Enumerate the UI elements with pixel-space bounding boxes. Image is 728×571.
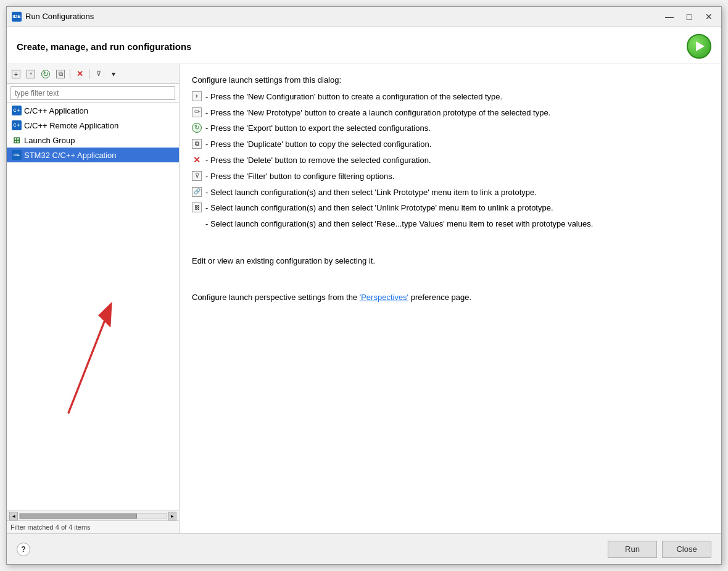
- instruction-reset: - Select launch configuration(s) and the…: [192, 218, 709, 231]
- right-panel: Configure launch settings from this dial…: [180, 64, 721, 533]
- tree-wrapper: C∔ C/C++ Application C∔ C/C++ Remote App…: [7, 103, 179, 511]
- left-panel: + + ↻ ⧉ ✕: [7, 64, 180, 533]
- delete-instr-text: - Press the 'Delete' button to remove th…: [205, 154, 431, 167]
- export-instr-icon: ↻: [192, 123, 202, 133]
- new-config-icon: +: [12, 70, 20, 78]
- export-instr-text: - Press the 'Export' button to export th…: [205, 122, 431, 135]
- instruction-link: 🔗 - Select launch configuration(s) and t…: [192, 186, 709, 199]
- titlebar: IDE Run Configurations — □ ✕: [7, 7, 721, 27]
- perspective-prefix: Configure launch perspective settings fr…: [192, 293, 360, 302]
- help-icon: ?: [21, 545, 25, 554]
- bottom-run-button[interactable]: Run: [608, 541, 657, 558]
- bottom-bar: ? Run Close: [7, 533, 721, 564]
- view-menu-button[interactable]: ▾: [107, 67, 120, 81]
- new-config-button[interactable]: +: [9, 67, 23, 81]
- reset-instr-text: - Select launch configuration(s) and the…: [205, 218, 593, 231]
- edit-text: Edit or view an existing configuration b…: [192, 255, 709, 268]
- instruction-filter: ⊽ - Press the 'Filter' button to configu…: [192, 170, 709, 183]
- cpp-remote-label: C/C++ Remote Application: [24, 121, 118, 130]
- link-instr-icon: 🔗: [192, 187, 202, 197]
- scroll-left-button[interactable]: ◂: [9, 512, 18, 520]
- duplicate-icon: ⧉: [56, 70, 65, 78]
- delete-button[interactable]: ✕: [73, 67, 86, 81]
- scroll-track[interactable]: [19, 513, 167, 519]
- new-proto-instr-text: - Press the 'New Prototype' button to cr…: [205, 107, 550, 120]
- tree-item-cpp-remote[interactable]: C∔ C/C++ Remote Application: [7, 118, 179, 133]
- separator-1: [70, 69, 70, 79]
- separator-2: [89, 69, 89, 79]
- spacer-p: [192, 238, 709, 251]
- window-title: Run Configurations: [25, 12, 662, 21]
- page-title: Create, manage, and run configurations: [17, 41, 191, 52]
- instruction-new-proto: + ▭ - Press the 'New Prototype' button t…: [192, 107, 709, 120]
- view-menu-icon: ▾: [112, 70, 115, 78]
- cpp-app-icon: C∔: [12, 106, 22, 115]
- link-instr-text: - Select launch configuration(s) and the…: [205, 186, 537, 199]
- intro-text: Configure launch settings from this dial…: [192, 74, 709, 87]
- duplicate-instr-icon: ⧉: [192, 139, 202, 149]
- perspectives-link[interactable]: 'Perspectives': [360, 293, 408, 302]
- instruction-unlink: ⛓ - Select launch configuration(s) and t…: [192, 202, 709, 215]
- tree-list: C∔ C/C++ Application C∔ C/C++ Remote App…: [7, 103, 179, 511]
- app-icon: IDE: [12, 12, 22, 22]
- left-bottom: ◂ ▸ Filter matched 4 of 4 items: [7, 511, 179, 533]
- run-icon: [696, 41, 705, 51]
- filter-instr-text: - Press the 'Filter' button to configure…: [205, 170, 394, 183]
- delete-icon: ✕: [77, 69, 83, 78]
- stm32-label: STM32 C/C++ Application: [24, 151, 117, 160]
- filter-input-wrap: [7, 84, 179, 103]
- spacer-p-2: [192, 275, 709, 288]
- filter-input[interactable]: [10, 86, 175, 100]
- perspective-suffix: preference page.: [408, 293, 471, 302]
- delete-instr-icon: ✕: [192, 155, 202, 165]
- scroll-right-button[interactable]: ▸: [168, 512, 176, 520]
- bottom-right-buttons: Run Close: [608, 541, 711, 558]
- cpp-remote-icon: C∔: [12, 120, 22, 130]
- duplicate-instr-text: - Press the 'Duplicate' button to copy t…: [205, 138, 431, 151]
- instruction-delete: ✕ - Press the 'Delete' button to remove …: [192, 154, 709, 167]
- filter-instr-icon: ⊽: [192, 171, 202, 181]
- toolbar: + + ↻ ⧉ ✕: [7, 64, 179, 84]
- export-button[interactable]: ↻: [39, 67, 52, 81]
- minimize-button[interactable]: —: [662, 10, 677, 23]
- duplicate-button[interactable]: ⧉: [54, 67, 67, 81]
- filter-button[interactable]: ⊽: [92, 67, 105, 81]
- export-icon: ↻: [41, 70, 50, 78]
- unlink-instr-text: - Select launch configuration(s) and the…: [205, 202, 553, 215]
- launch-group-label: Launch Group: [24, 136, 75, 145]
- new-proto-icon: +: [27, 70, 35, 78]
- horizontal-scrollbar[interactable]: ◂ ▸: [7, 511, 179, 521]
- new-proto-button[interactable]: +: [24, 67, 38, 81]
- perspective-text: Configure launch perspective settings fr…: [192, 291, 709, 304]
- new-config-instr-text: - Press the 'New Configuration' button t…: [205, 91, 502, 104]
- filter-status: Filter matched 4 of 4 items: [7, 521, 179, 533]
- new-config-instr-icon: +: [192, 91, 202, 101]
- maximize-button[interactable]: □: [682, 10, 697, 23]
- tree-item-cpp-app[interactable]: C∔ C/C++ Application: [7, 103, 179, 118]
- stm32-icon: IDE: [12, 150, 22, 160]
- instruction-new-config: + - Press the 'New Configuration' button…: [192, 91, 709, 104]
- bottom-close-button[interactable]: Close: [662, 541, 711, 558]
- filter-icon: ⊽: [96, 70, 101, 78]
- close-button[interactable]: ✕: [701, 10, 716, 23]
- titlebar-controls: — □ ✕: [662, 10, 716, 23]
- instruction-duplicate: ⧉ - Press the 'Duplicate' button to copy…: [192, 138, 709, 151]
- header: Create, manage, and run configurations: [7, 27, 721, 64]
- run-button[interactable]: [687, 34, 711, 59]
- main-content: + + ↻ ⧉ ✕: [7, 64, 721, 533]
- run-configurations-window: IDE Run Configurations — □ ✕ Create, man…: [6, 6, 722, 565]
- instruction-export: ↻ - Press the 'Export' button to export …: [192, 122, 709, 135]
- cpp-app-label: C/C++ Application: [24, 106, 88, 115]
- unlink-instr-icon: ⛓: [192, 202, 202, 212]
- tree-item-stm32[interactable]: IDE STM32 C/C++ Application: [7, 148, 179, 162]
- help-button[interactable]: ?: [17, 543, 30, 556]
- tree-item-launch-group[interactable]: ⊞ Launch Group: [7, 133, 179, 148]
- new-proto-instr-icon: + ▭: [192, 107, 202, 117]
- scroll-thumb: [20, 514, 137, 519]
- launch-group-icon: ⊞: [12, 135, 22, 145]
